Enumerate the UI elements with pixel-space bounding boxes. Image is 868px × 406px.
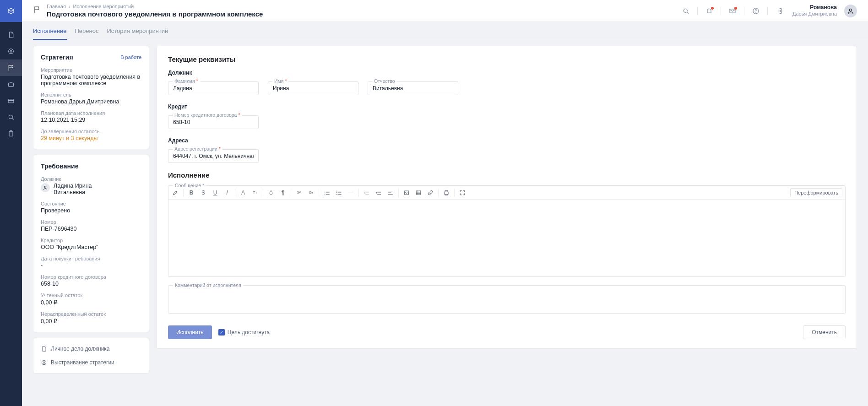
help-icon[interactable] [749, 4, 763, 18]
outdent-icon[interactable] [361, 186, 373, 200]
tab-execution[interactable]: Исполнение [33, 27, 67, 40]
nav-search[interactable] [0, 109, 22, 125]
svg-rect-18 [404, 190, 408, 194]
svg-point-17 [336, 194, 337, 194]
subscript-icon[interactable]: x₂ [305, 186, 317, 200]
page-title: Подготовка почтового уведомления в прогр… [47, 10, 263, 18]
editor-toolbar: B S U I A T↕ ¶ x² x₂ [168, 186, 845, 200]
superscript-icon[interactable]: x² [293, 186, 305, 200]
link-strategy-build[interactable]: Выстраивание стратегии [41, 356, 141, 369]
flag-icon [33, 5, 41, 16]
list-ol-icon[interactable] [321, 186, 333, 200]
nav-target[interactable] [0, 43, 22, 60]
svg-point-0 [9, 49, 14, 54]
bell-icon[interactable] [702, 4, 716, 18]
image-icon[interactable] [401, 186, 412, 200]
goal-checkbox[interactable]: ✓ Цель достигнута [218, 329, 270, 336]
group-credit: Кредит [168, 103, 846, 110]
list-ul-icon[interactable] [333, 186, 345, 200]
form-card: Текущие реквизиты Должник Фамилия * Имя … [157, 46, 857, 349]
align-icon[interactable] [385, 186, 396, 200]
fullscreen-icon[interactable] [456, 186, 468, 200]
strategy-title: Стратегия [41, 54, 73, 61]
color-icon[interactable] [265, 186, 277, 200]
logout-icon[interactable] [772, 4, 786, 18]
svg-rect-2 [9, 83, 14, 86]
italic-icon[interactable]: I [221, 186, 233, 200]
avatar[interactable] [844, 5, 857, 17]
strategy-card: Стратегия В работе МероприятиеПодготовка… [33, 46, 149, 149]
link-icon[interactable] [424, 186, 436, 200]
requirement-title: Требование [41, 162, 78, 170]
link-debtor-file[interactable]: Личное дело должника [41, 342, 141, 356]
avatar [41, 183, 50, 192]
font-family-icon[interactable]: A [237, 186, 249, 200]
underline-icon[interactable]: U [209, 186, 221, 200]
svg-point-12 [44, 186, 46, 188]
print-icon[interactable] [440, 186, 452, 200]
section-current-details: Текущие реквизиты [168, 55, 846, 63]
svg-point-4 [9, 115, 12, 119]
separator [744, 7, 744, 15]
paragraph-icon[interactable]: ¶ [277, 186, 289, 200]
separator [721, 7, 721, 15]
requirement-card: Требование Должник Ладина Ирина Витальев… [33, 155, 149, 332]
section-execution: Исполнение [168, 171, 846, 179]
mail-icon[interactable] [726, 4, 739, 18]
nav-clipboard[interactable] [0, 125, 22, 142]
comment-field[interactable]: Комментарий от исполнителя [168, 285, 846, 314]
group-addresses: Адреса [168, 137, 846, 144]
svg-rect-19 [416, 190, 420, 194]
links-card: Личное дело должника Выстраивание страте… [33, 338, 149, 374]
message-textarea[interactable] [168, 200, 845, 276]
user-name: Романова Дарья Дмитриевна [792, 5, 837, 16]
svg-rect-3 [8, 99, 14, 103]
message-editor: Сообщение * B S U I A T↕ ¶ [168, 185, 846, 277]
topbar: Главная › Исполнение мероприятий Подгото… [22, 0, 868, 22]
logo[interactable] [0, 0, 22, 22]
svg-point-11 [849, 9, 852, 11]
nav-flag[interactable] [0, 60, 22, 76]
nav-briefcase[interactable] [0, 76, 22, 92]
cancel-button[interactable]: Отменить [803, 325, 846, 339]
table-icon[interactable] [412, 186, 424, 200]
sidebar [0, 0, 22, 406]
svg-point-1 [10, 50, 12, 52]
reform-button[interactable]: Переформировать [790, 188, 842, 197]
chevron-right-icon: › [69, 4, 71, 9]
indent-icon[interactable] [373, 186, 385, 200]
group-debtor: Должник [168, 70, 846, 76]
status-badge: В работе [120, 54, 141, 60]
crumb-section[interactable]: Исполнение мероприятий [73, 4, 134, 9]
font-size-icon[interactable]: T↕ [249, 186, 261, 200]
crumb-home[interactable]: Главная [47, 4, 66, 9]
svg-point-10 [756, 12, 756, 12]
breadcrumb: Главная › Исполнение мероприятий [47, 4, 263, 9]
svg-point-15 [336, 190, 337, 191]
nav-card[interactable] [0, 92, 22, 109]
svg-point-16 [336, 192, 337, 193]
svg-point-13 [42, 360, 46, 364]
svg-point-14 [43, 362, 45, 363]
separator [767, 7, 768, 15]
separator [697, 7, 698, 15]
hr-icon[interactable]: — [345, 186, 357, 200]
search-icon[interactable] [679, 4, 693, 18]
tab-history[interactable]: История мероприятий [107, 27, 168, 40]
tab-transfer[interactable]: Перенос [75, 27, 99, 40]
tabs: Исполнение Перенос История мероприятий [22, 22, 868, 40]
execute-button[interactable]: Исполнить [168, 325, 212, 339]
svg-point-7 [684, 9, 687, 12]
nav-documents[interactable] [0, 27, 22, 43]
check-icon: ✓ [218, 329, 225, 336]
